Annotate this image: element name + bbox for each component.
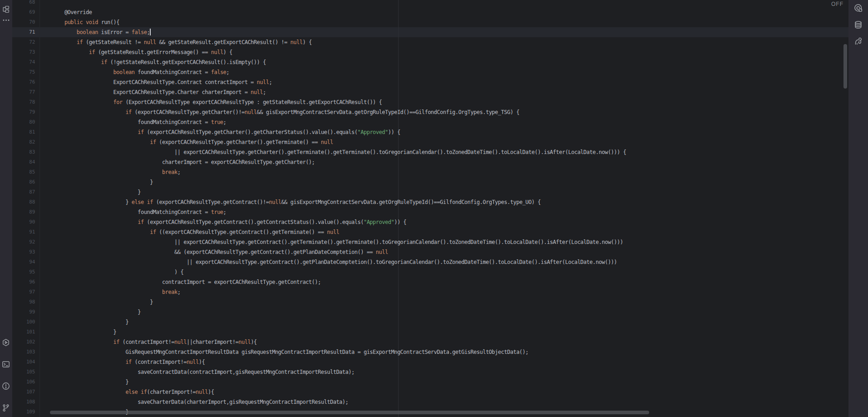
git-icon[interactable] — [0, 402, 11, 413]
line-number[interactable]: 91 — [12, 227, 35, 237]
code-line[interactable]: 103 GisRequestMngContractImportResultDat… — [12, 347, 848, 357]
code-line[interactable]: 91 if ((exportCAChResultType.getContract… — [12, 227, 848, 237]
services-icon[interactable] — [0, 337, 11, 348]
code-line[interactable]: 73 if (getStateResult.getErrorMessage() … — [12, 47, 848, 57]
code-text: if (contractImport!=null||charterImport!… — [35, 337, 257, 347]
line-number[interactable]: 94 — [12, 257, 35, 267]
line-number[interactable]: 75 — [12, 67, 35, 77]
line-number[interactable]: 88 — [12, 197, 35, 207]
line-number[interactable]: 98 — [12, 297, 35, 307]
line-number[interactable]: 81 — [12, 127, 35, 137]
code-line[interactable]: 101 } — [12, 327, 848, 337]
code-line[interactable]: 105 saveContractData(contractImport,gisR… — [12, 367, 848, 377]
code-line[interactable]: 95 ) { — [12, 267, 848, 277]
code-line[interactable]: 85 break; — [12, 167, 848, 177]
line-number[interactable]: 72 — [12, 37, 35, 47]
code-line[interactable]: 94 || exportCAChResultType.getContract()… — [12, 257, 848, 267]
code-text: && (exportCAChResultType.getContract().g… — [35, 247, 388, 257]
code-line[interactable]: 75 boolean foundMatchingContract = false… — [12, 67, 848, 77]
line-number[interactable]: 85 — [12, 167, 35, 177]
code-line[interactable]: 74 if (!getStateResult.getExportCAChResu… — [12, 57, 848, 67]
code-line[interactable]: 106 } — [12, 377, 848, 387]
project-icon[interactable] — [0, 4, 11, 15]
code-line[interactable]: 68 — [12, 0, 848, 7]
code-line[interactable]: 72 if (getStateResult != null && getStat… — [12, 37, 848, 47]
code-line[interactable]: 82 if (exportCAChResultType.getCharter()… — [12, 137, 848, 147]
line-number[interactable]: 103 — [12, 347, 35, 357]
code-line[interactable]: 104 if (contractImport!=null){ — [12, 357, 848, 367]
line-number[interactable]: 95 — [12, 267, 35, 277]
line-number[interactable]: 74 — [12, 57, 35, 67]
line-number[interactable]: 82 — [12, 137, 35, 147]
code-line[interactable]: 77 ExportCAChResultType.Charter charterI… — [12, 87, 848, 97]
code-line[interactable]: 92 || exportCAChResultType.getContract()… — [12, 237, 848, 247]
code-line[interactable]: 98 } — [12, 297, 848, 307]
code-line[interactable]: 79 if (exportCAChResultType.getCharter()… — [12, 107, 848, 117]
line-number[interactable]: 105 — [12, 367, 35, 377]
code-line[interactable]: 86 } — [12, 177, 848, 187]
more-tool-windows-icon[interactable] — [0, 15, 11, 25]
line-number[interactable]: 77 — [12, 87, 35, 97]
line-number[interactable]: 90 — [12, 217, 35, 227]
problems-icon[interactable] — [0, 381, 11, 392]
code-line[interactable]: 108 saveCharterData(charterImport,gisReq… — [12, 397, 848, 407]
horizontal-scrollbar[interactable] — [50, 411, 649, 414]
code-line[interactable]: 83 || exportCAChResultType.getCharter().… — [12, 147, 848, 157]
code-line[interactable]: 71 boolean isError = false; — [12, 27, 848, 37]
code-line[interactable]: 81 if (exportCAChResultType.getCharter()… — [12, 127, 848, 137]
line-number[interactable]: 69 — [12, 7, 35, 17]
line-number[interactable]: 70 — [12, 17, 35, 27]
line-number[interactable]: 86 — [12, 177, 35, 187]
code-line[interactable]: 102 if (contractImport!=null||charterImp… — [12, 337, 848, 347]
line-number[interactable]: 109 — [12, 407, 35, 417]
line-number[interactable]: 78 — [12, 97, 35, 107]
code-line[interactable]: 100 } — [12, 317, 848, 327]
line-number[interactable]: 99 — [12, 307, 35, 317]
line-number[interactable]: 102 — [12, 337, 35, 347]
line-number[interactable]: 97 — [12, 287, 35, 297]
line-number[interactable]: 93 — [12, 247, 35, 257]
line-number[interactable]: 89 — [12, 207, 35, 217]
line-number[interactable]: 96 — [12, 277, 35, 287]
code-line[interactable]: 93 && (exportCAChResultType.getContract(… — [12, 247, 848, 257]
code-line[interactable]: 69 @Override — [12, 7, 848, 17]
line-number[interactable]: 76 — [12, 77, 35, 87]
ai-assistant-icon[interactable] — [853, 2, 864, 13]
line-number[interactable]: 92 — [12, 237, 35, 247]
line-number[interactable]: 84 — [12, 157, 35, 167]
code-line[interactable]: 76 ExportCAChResultType.Contract contrac… — [12, 77, 848, 87]
code-line[interactable]: 99 } — [12, 307, 848, 317]
line-number[interactable]: 87 — [12, 187, 35, 197]
vertical-scrollbar[interactable] — [843, 44, 847, 89]
inspection-highlight-widget[interactable]: OFF — [831, 1, 843, 7]
code-line[interactable]: 107 else if(charterImport!=null){ — [12, 387, 848, 397]
code-line[interactable]: 87 } — [12, 187, 848, 197]
line-number[interactable]: 100 — [12, 317, 35, 327]
code-line[interactable]: 80 foundMatchingContract = true; — [12, 117, 848, 127]
code-text: foundMatchingContract = true; — [35, 207, 226, 217]
database-icon[interactable] — [853, 19, 864, 30]
code-line[interactable]: 78 for (ExportCAChResultType exportCAChR… — [12, 97, 848, 107]
code-line[interactable]: 88 } else if (exportCAChResultType.getCo… — [12, 197, 848, 207]
gradle-icon[interactable] — [853, 36, 864, 47]
line-number[interactable]: 80 — [12, 117, 35, 127]
code-editor[interactable]: 6869 @Override70 public void run(){71 bo… — [12, 0, 848, 417]
line-number[interactable]: 101 — [12, 327, 35, 337]
line-number[interactable]: 79 — [12, 107, 35, 117]
line-number[interactable]: 104 — [12, 357, 35, 367]
code-line[interactable]: 97 break; — [12, 287, 848, 297]
line-number[interactable]: 108 — [12, 397, 35, 407]
line-number[interactable]: 107 — [12, 387, 35, 397]
line-number[interactable]: 73 — [12, 47, 35, 57]
code-line[interactable]: 89 foundMatchingContract = true; — [12, 207, 848, 217]
terminal-icon[interactable] — [0, 359, 11, 370]
line-number[interactable]: 71 — [12, 27, 35, 37]
line-number[interactable]: 83 — [12, 147, 35, 157]
line-number[interactable]: 68 — [12, 0, 35, 7]
code-line[interactable]: 70 public void run(){ — [12, 17, 848, 27]
code-line[interactable]: 90 if (exportCAChResultType.getContract(… — [12, 217, 848, 227]
code-line[interactable]: 84 charterImport = exportCAChResultType.… — [12, 157, 848, 167]
code-text: ) { — [35, 267, 183, 277]
line-number[interactable]: 106 — [12, 377, 35, 387]
code-line[interactable]: 96 contractImport = exportCAChResultType… — [12, 277, 848, 287]
